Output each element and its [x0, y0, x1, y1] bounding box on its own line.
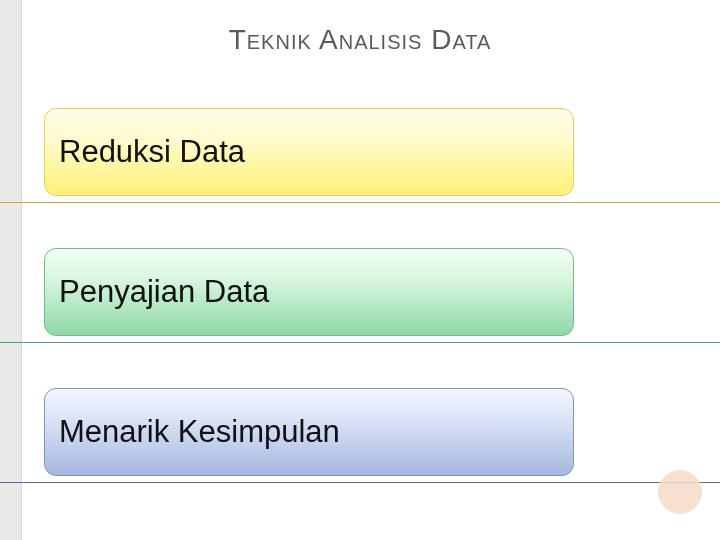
list-item: Penyajian Data [0, 244, 720, 342]
divider [0, 202, 720, 203]
slide-title: Teknik Analisis Data [0, 24, 720, 56]
item-box-penyajian: Penyajian Data [44, 248, 574, 336]
list-item: Menarik Kesimpulan [0, 384, 720, 482]
divider [0, 482, 720, 483]
list-item: Reduksi Data [0, 104, 720, 202]
item-label: Reduksi Data [59, 134, 245, 170]
item-label: Menarik Kesimpulan [59, 414, 340, 450]
item-box-reduksi: Reduksi Data [44, 108, 574, 196]
item-box-kesimpulan: Menarik Kesimpulan [44, 388, 574, 476]
item-label: Penyajian Data [59, 274, 269, 310]
circle-decor [658, 470, 702, 514]
divider [0, 342, 720, 343]
